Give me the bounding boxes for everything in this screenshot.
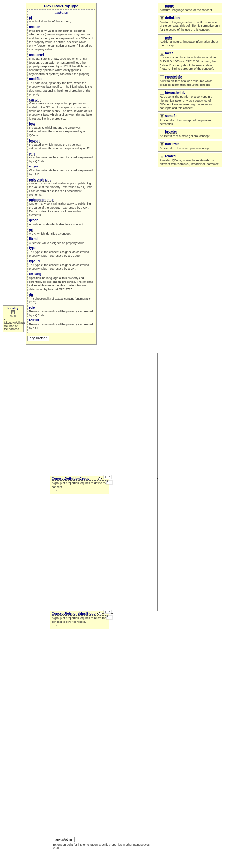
attr-creatoruri-desc: If the attribute is empty, specifies whi… bbox=[29, 57, 93, 76]
attr-type-name: type bbox=[29, 246, 36, 250]
concept-definition-group-box: ConceptDefinitionGroup A group of proper… bbox=[50, 476, 110, 494]
attr-custom: custom If set to true the corresponding … bbox=[29, 97, 93, 121]
right-broader-desc: An identifier of a more general concept. bbox=[160, 134, 220, 138]
attr-id: id A logical identifier of the property. bbox=[29, 16, 93, 24]
definition-icon: ⊞ bbox=[160, 17, 164, 20]
name-icon: ⊞ bbox=[160, 4, 164, 8]
attr-qcode-desc: A qualified code which identifies a conc… bbox=[29, 223, 93, 226]
attr-dir-name: dir bbox=[29, 293, 33, 297]
attr-roleuri-desc: Refines the semantics of the property - … bbox=[29, 323, 93, 330]
attr-id-name: id bbox=[29, 16, 32, 20]
sameas-icon: ⊞ bbox=[160, 115, 164, 118]
attributes-title: attributes bbox=[29, 11, 93, 14]
attr-creatoruri-name: creatoruri bbox=[29, 53, 44, 57]
attr-pubconstrainturi-desc: One or many constraints that apply to pu… bbox=[29, 202, 93, 217]
attr-qcode-name: qcode bbox=[29, 219, 38, 222]
attr-whyuri-desc: Why the metadata has been included - exp… bbox=[29, 169, 93, 176]
right-box-remoteinfo: ⊞ remoteInfo A link to an item or a web … bbox=[158, 73, 222, 88]
attr-xmllang-name: xmllang bbox=[29, 272, 41, 276]
attr-why-desc: Why the metadata has been included - exp… bbox=[29, 156, 93, 163]
attr-typeuri-name: typeuri bbox=[29, 259, 39, 263]
attr-roleuri: roleuri Refines the semantics of the pro… bbox=[29, 318, 93, 330]
attr-creator-desc: If the property value is not defined, sp… bbox=[29, 29, 93, 52]
narrower-icon: ⊞ bbox=[160, 142, 164, 146]
bottom-any-other-label: any ##other bbox=[53, 837, 75, 842]
attr-why: why Why the metadata has been included -… bbox=[29, 151, 93, 163]
right-related-label: related bbox=[165, 154, 176, 158]
attr-modified: modified The date (and, optionally, the … bbox=[29, 77, 93, 96]
right-narrower-label: narrower bbox=[165, 142, 179, 146]
right-sameas-label: sameAs bbox=[165, 114, 177, 118]
bottom-any-other-section: any ##other Extension point for implemen… bbox=[53, 836, 150, 849]
right-box-narrower: ⊞ narrower An identifier of a more speci… bbox=[158, 141, 222, 152]
attr-howuri-name: howuri bbox=[29, 139, 39, 143]
right-box-facet: ⊞ facet In NAR 1.8 and later, facet is d… bbox=[158, 50, 222, 72]
bottom-cardinality: 0...n bbox=[53, 846, 150, 849]
locality-cardinality: 0...n bbox=[4, 314, 22, 317]
right-box-definition: ⊞ definition A natural language definiti… bbox=[158, 15, 222, 33]
attr-typeuri-desc: The type of the concept assigned as cont… bbox=[29, 264, 93, 271]
attr-type: type The type of the concept assigned as… bbox=[29, 246, 93, 258]
right-box-hierarchyinfo: ⊞ hierarchyInfo Represents the position … bbox=[158, 89, 222, 112]
facet-icon: ⊞ bbox=[160, 52, 164, 56]
concept-rel-desc: A group of properties required to relate… bbox=[52, 616, 108, 624]
right-box-name: ⊞ name A natural language name for the c… bbox=[158, 3, 222, 13]
right-related-desc: A related QCode, where the relationship … bbox=[160, 159, 220, 166]
attr-role: role Refines the semantics of the proper… bbox=[29, 305, 93, 317]
attr-literal: literal A freetext value assigned as pro… bbox=[29, 237, 93, 245]
right-broader-label: broader bbox=[165, 130, 177, 134]
concept-rel-title: ConceptRelationshipsGroup bbox=[52, 612, 108, 616]
any-other-label: any ##other bbox=[27, 336, 49, 341]
remoteinfo-icon: ⊞ bbox=[160, 75, 164, 79]
concept-rel-cardinality: 0...n bbox=[52, 624, 108, 628]
attr-how: how Indicates by which means the value w… bbox=[29, 122, 93, 137]
attr-type-desc: The type of the concept assigned as cont… bbox=[29, 250, 93, 258]
right-box-note: ⊞ note Additional natural language infor… bbox=[158, 34, 222, 49]
locality-title: locality bbox=[4, 307, 22, 310]
attr-pubconstrainturi-name: pubconstrainturi bbox=[29, 198, 54, 202]
attr-dir: dir The directionality of textual conten… bbox=[29, 292, 93, 304]
right-definition-label: definition bbox=[165, 16, 180, 20]
bottom-any-other-desc: Extension point for implementation-speci… bbox=[53, 843, 150, 846]
attr-uri: uri A URI which identifies a concept. bbox=[29, 227, 93, 236]
attr-roleuri-name: roleuri bbox=[29, 318, 39, 322]
attr-xmllang: xmllang Specifies the language of this p… bbox=[29, 272, 93, 291]
attr-dir-desc: The directionality of textual content (e… bbox=[29, 297, 93, 304]
attr-xmllang-desc: Specifies the language of this property … bbox=[29, 276, 93, 291]
concept-def-cardinality: 0...n bbox=[52, 490, 108, 493]
concept-def-desc: A group of properties required to define… bbox=[52, 482, 108, 489]
attr-modified-desc: The date (and, optionally, the time) whe… bbox=[29, 81, 93, 96]
attr-custom-name: custom bbox=[29, 98, 40, 101]
right-box-broader: ⊞ broader An identifier of a more genera… bbox=[158, 128, 222, 140]
right-definition-desc: A natural language definition of the sem… bbox=[160, 21, 220, 32]
right-note-label: note bbox=[165, 36, 172, 39]
attr-role-desc: Refines the semantics of the property - … bbox=[29, 310, 93, 317]
attr-whyuri: whyuri Why the metadata has been include… bbox=[29, 164, 93, 176]
attr-why-name: why bbox=[29, 152, 35, 156]
right-box-related: ⊞ related A related QCode, where the rel… bbox=[158, 153, 222, 167]
attributes-section: attributes id A logical identifier of th… bbox=[27, 9, 95, 333]
right-hierarchyinfo-desc: Represents the position of a concept in … bbox=[160, 95, 220, 110]
hierarchyinfo-icon: ⊞ bbox=[160, 91, 164, 95]
attr-pubconstraint: pubconstraint One or many constraints th… bbox=[29, 177, 93, 197]
attr-uri-desc: A URI which identifies a concept. bbox=[29, 232, 93, 236]
right-narrower-desc: An identifier of a more specific concept… bbox=[160, 147, 220, 150]
right-facet-label: facet bbox=[165, 52, 173, 55]
right-hierarchyinfo-label: hierarchyInfo bbox=[165, 91, 186, 94]
attr-pubconstraint-desc: One or many constraints that apply to pu… bbox=[29, 182, 93, 197]
attr-literal-desc: A freetext value assigned as property va… bbox=[29, 241, 93, 245]
attr-pubconstrainturi: pubconstrainturi One or many constraints… bbox=[29, 198, 93, 217]
attr-uri-name: uri bbox=[29, 228, 33, 232]
attr-creatoruri: creatoruri If the attribute is empty, sp… bbox=[29, 53, 93, 76]
attr-whyuri-name: whyuri bbox=[29, 164, 39, 168]
broader-icon: ⊞ bbox=[160, 130, 164, 134]
right-panel: ⊞ name A natural language name for the c… bbox=[158, 3, 222, 169]
attr-literal-name: literal bbox=[29, 237, 38, 241]
attr-id-desc: A logical identifier of the property. bbox=[29, 20, 93, 24]
main-box-title: FlexT RolePropType bbox=[27, 4, 95, 8]
attr-howuri: howuri Indicated by which means the valu… bbox=[29, 138, 93, 150]
attr-qcode: qcode A qualified code which identifies … bbox=[29, 218, 93, 226]
attr-modified-name: modified bbox=[29, 77, 43, 81]
right-remoteinfo-desc: A link to an item or a web resource whic… bbox=[160, 80, 220, 87]
right-name-desc: A natural language name for the concept. bbox=[160, 8, 220, 12]
